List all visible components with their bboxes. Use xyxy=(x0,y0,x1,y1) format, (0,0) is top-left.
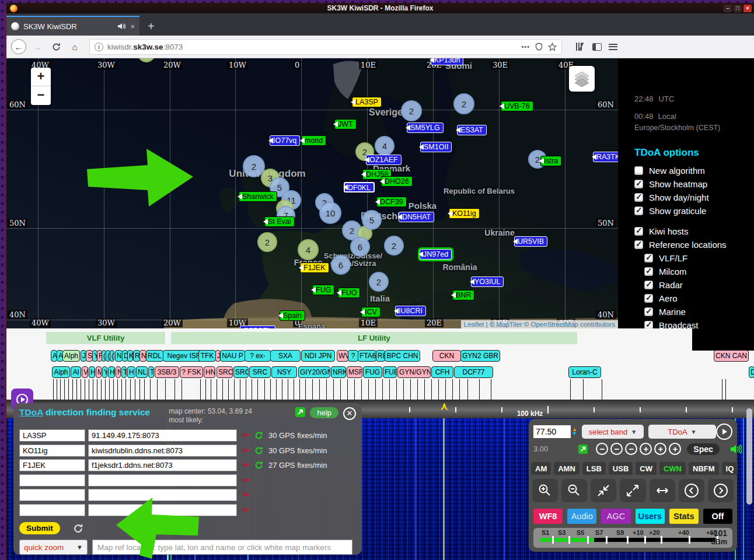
mode-button-lsb[interactable]: LSB xyxy=(582,462,606,475)
map-marker-io77vq[interactable]: IO77vq xyxy=(270,135,300,146)
map-marker-icv[interactable]: ICV xyxy=(361,307,381,317)
band-label[interactable]: V xyxy=(82,366,88,378)
map-marker-ur5vib[interactable]: UR5VIB xyxy=(514,236,547,247)
forward-button[interactable]: → xyxy=(30,39,45,54)
map-marker-iu8cri[interactable]: IU8CRI xyxy=(395,306,426,316)
checked-checkbox[interactable] xyxy=(634,227,643,236)
link-icon[interactable] xyxy=(578,444,588,454)
remove-host-icon[interactable]: ✂ xyxy=(240,489,252,501)
map-cluster[interactable]: 2 xyxy=(257,232,277,252)
band-label[interactable]: D G xyxy=(749,366,754,378)
wf-minus-button[interactable]: − xyxy=(625,443,637,455)
tdoa-link[interactable]: TDoA xyxy=(19,407,43,417)
map-marker-cs5cel[interactable]: CS5CEL xyxy=(240,326,275,328)
band-label[interactable]: RB xyxy=(376,350,385,362)
band-label[interactable]: CKN CAN xyxy=(714,350,749,362)
band-select[interactable]: select band▼ xyxy=(582,425,644,439)
host-input[interactable] xyxy=(88,459,237,471)
map-marker-oz1aef[interactable]: OZ1AEF xyxy=(366,155,402,165)
band-label[interactable]: ( xyxy=(110,350,114,362)
band-label[interactable]: Loran-C xyxy=(568,366,601,378)
wf-minus-button[interactable]: − xyxy=(596,443,608,455)
back-button[interactable]: ← xyxy=(11,39,26,54)
home-button[interactable]: ⌂ xyxy=(67,39,82,54)
minimize-button[interactable]: – xyxy=(724,5,732,12)
spectrum-button[interactable]: Spec xyxy=(687,443,719,455)
callsign-input[interactable] xyxy=(19,459,85,471)
tab-audio-icon[interactable] xyxy=(118,23,126,30)
map-marker-es3at[interactable]: ES3AT xyxy=(457,125,487,135)
map-cluster[interactable]: 4 xyxy=(375,136,395,156)
map-cluster[interactable]: 6 xyxy=(350,237,370,257)
map-cluster[interactable]: 4 xyxy=(298,239,319,260)
map-marker-sm1oii[interactable]: SM1OII xyxy=(420,142,452,152)
checked-checkbox[interactable] xyxy=(644,281,653,289)
wf-plus-button[interactable]: + xyxy=(654,443,666,455)
map-marker-la3sp[interactable]: LA3SP xyxy=(352,97,382,107)
band-label[interactable]: WV xyxy=(337,350,348,362)
reload-button[interactable] xyxy=(48,39,64,54)
zoom-to-passband-button[interactable] xyxy=(591,479,616,502)
band-label[interactable]: SRC xyxy=(217,366,233,378)
map-cluster[interactable]: 10 xyxy=(319,202,341,224)
map-ref-input[interactable] xyxy=(92,540,352,555)
band-label[interactable]: H xyxy=(108,366,115,378)
band-label[interactable]: NRK xyxy=(331,366,346,378)
band-label[interactable]: NL xyxy=(136,366,148,378)
refresh-all-icon[interactable] xyxy=(73,523,83,534)
host-input[interactable] xyxy=(88,474,237,487)
band-label[interactable]: ? FSK xyxy=(180,366,203,378)
map-marker-jwt[interactable]: JWT xyxy=(334,119,357,130)
map[interactable]: 40W40W30W30W20W20W10W10W0010E10E20E20E30… xyxy=(6,58,618,328)
map-marker-dho26[interactable]: DHO26 xyxy=(381,176,413,187)
prev-station-button[interactable] xyxy=(679,479,704,502)
zoom-in-button[interactable] xyxy=(532,479,558,502)
host-input[interactable] xyxy=(88,444,237,457)
map-marker-uvb-76[interactable]: UVB-76 xyxy=(501,101,533,111)
mode-button-cw[interactable]: CW xyxy=(636,462,657,475)
checked-checkbox[interactable] xyxy=(644,294,653,303)
panel-button-agc[interactable]: AGC xyxy=(601,509,630,524)
play-button[interactable] xyxy=(716,424,732,440)
band-label[interactable]: NDI JPN xyxy=(301,350,335,362)
map-marker-jn97ed[interactable]: JN97ed xyxy=(420,249,452,260)
map-marker-ra3tkh[interactable]: RA3TKH xyxy=(593,152,618,162)
panel-button-off[interactable]: Off xyxy=(703,509,732,524)
url-bar[interactable]: i kiwisdr.sk3w.se:8073 ••• xyxy=(89,39,562,55)
map-marker-ko11ig[interactable]: KO11ig xyxy=(449,208,480,219)
refresh-host-icon[interactable] xyxy=(254,446,263,455)
panel-button-stats[interactable]: Stats xyxy=(669,509,699,524)
wf-minus-button[interactable]: − xyxy=(610,443,623,455)
band-label[interactable]: RDL xyxy=(146,350,163,362)
freq-down-icon[interactable]: ▼ xyxy=(572,432,577,436)
checked-checkbox[interactable] xyxy=(634,180,643,188)
new-tab-button[interactable]: + xyxy=(139,20,163,36)
band-label[interactable]: NAU P xyxy=(220,350,245,362)
scrollbar-thumb[interactable] xyxy=(746,408,752,505)
sidebar-toggle-icon[interactable] xyxy=(592,43,602,51)
remove-host-icon[interactable]: ✂ xyxy=(240,474,252,487)
band-label[interactable]: TFK xyxy=(198,350,216,362)
band-label[interactable]: H xyxy=(89,366,95,378)
mode-button-iq[interactable]: IQ xyxy=(722,462,738,475)
map-cluster[interactable]: 5 xyxy=(362,210,382,230)
map-marker-shanwick[interactable]: Shanwick xyxy=(239,191,277,202)
quick-zoom-select[interactable]: quick zoom▼ xyxy=(19,540,88,555)
band-label[interactable]: FTA6 xyxy=(358,350,376,362)
band-label[interactable]: T xyxy=(121,366,127,378)
callsign-input[interactable] xyxy=(19,429,85,442)
band-label[interactable]: K xyxy=(127,350,133,362)
mode-button-amn[interactable]: AMN xyxy=(554,462,580,475)
map-zoom-out-button[interactable]: − xyxy=(31,86,51,105)
band-label[interactable]: CFH C xyxy=(431,366,453,378)
band-label[interactable]: T xyxy=(148,366,154,378)
map-marker-sm5ylg[interactable]: SM5YLG xyxy=(407,123,444,133)
close-button[interactable]: × xyxy=(743,5,752,12)
page-actions-icon[interactable]: ••• xyxy=(521,43,530,50)
band-label[interactable]: GIY20/GN xyxy=(298,366,330,378)
checked-checkbox[interactable] xyxy=(644,254,653,262)
refresh-host-icon[interactable] xyxy=(254,461,263,470)
band-label[interactable]: SXA GRC xyxy=(270,350,301,362)
band-label[interactable]: ? F xyxy=(348,350,358,362)
callsign-input[interactable] xyxy=(19,474,85,487)
